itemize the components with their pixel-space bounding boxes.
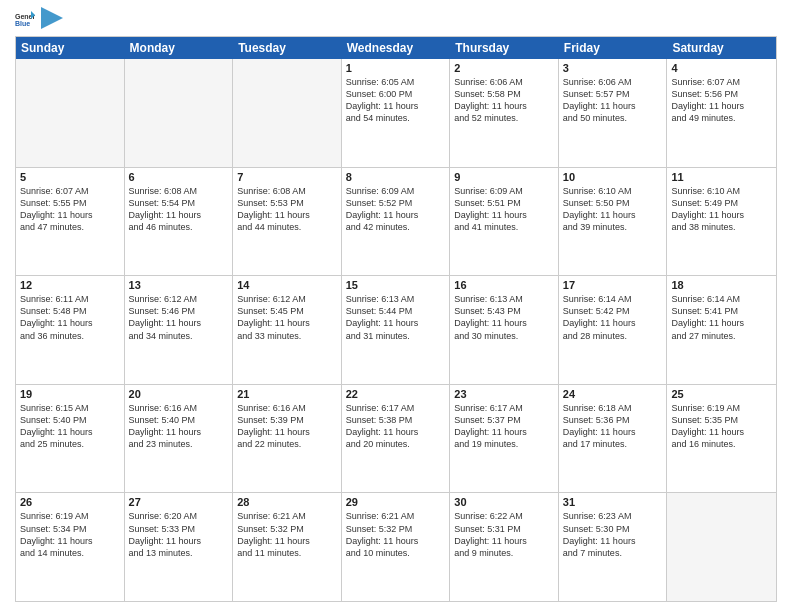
cell-info-line: and 34 minutes. <box>129 330 229 342</box>
cell-info-line: Sunrise: 6:13 AM <box>346 293 446 305</box>
cell-info-line: Sunset: 5:52 PM <box>346 197 446 209</box>
calendar-cell: 23Sunrise: 6:17 AMSunset: 5:37 PMDayligh… <box>450 385 559 493</box>
cell-info-line: Sunset: 5:46 PM <box>129 305 229 317</box>
cell-info-line: Sunset: 5:31 PM <box>454 523 554 535</box>
day-number: 5 <box>20 171 120 183</box>
cell-info-line: Daylight: 11 hours <box>346 317 446 329</box>
calendar-cell: 11Sunrise: 6:10 AMSunset: 5:49 PMDayligh… <box>667 168 776 276</box>
calendar-cell: 30Sunrise: 6:22 AMSunset: 5:31 PMDayligh… <box>450 493 559 601</box>
day-number: 29 <box>346 496 446 508</box>
calendar-cell: 3Sunrise: 6:06 AMSunset: 5:57 PMDaylight… <box>559 59 668 167</box>
day-number: 17 <box>563 279 663 291</box>
cell-info-line: Sunset: 5:45 PM <box>237 305 337 317</box>
cell-info-line: Daylight: 11 hours <box>20 209 120 221</box>
calendar-cell: 20Sunrise: 6:16 AMSunset: 5:40 PMDayligh… <box>125 385 234 493</box>
calendar-cell <box>233 59 342 167</box>
cell-info-line: Sunset: 5:30 PM <box>563 523 663 535</box>
cell-info-line: Sunrise: 6:10 AM <box>563 185 663 197</box>
cell-info-line: Sunrise: 6:14 AM <box>671 293 772 305</box>
cell-info-line: Sunrise: 6:06 AM <box>454 76 554 88</box>
day-number: 21 <box>237 388 337 400</box>
calendar-row: 1Sunrise: 6:05 AMSunset: 6:00 PMDaylight… <box>16 59 776 168</box>
calendar-cell: 8Sunrise: 6:09 AMSunset: 5:52 PMDaylight… <box>342 168 451 276</box>
cell-info-line: Sunset: 5:51 PM <box>454 197 554 209</box>
header: General Blue <box>15 10 777 30</box>
calendar-cell: 16Sunrise: 6:13 AMSunset: 5:43 PMDayligh… <box>450 276 559 384</box>
calendar-cell: 15Sunrise: 6:13 AMSunset: 5:44 PMDayligh… <box>342 276 451 384</box>
cell-info-line: Sunrise: 6:05 AM <box>346 76 446 88</box>
cell-info-line: Daylight: 11 hours <box>237 209 337 221</box>
day-number: 31 <box>563 496 663 508</box>
cell-info-line: Daylight: 11 hours <box>129 426 229 438</box>
cell-info-line: Daylight: 11 hours <box>237 535 337 547</box>
cell-info-line: Sunset: 5:43 PM <box>454 305 554 317</box>
calendar-cell: 6Sunrise: 6:08 AMSunset: 5:54 PMDaylight… <box>125 168 234 276</box>
cell-info-line: and 33 minutes. <box>237 330 337 342</box>
cell-info-line: Sunset: 5:49 PM <box>671 197 772 209</box>
cell-info-line: Sunset: 5:56 PM <box>671 88 772 100</box>
cell-info-line: and 22 minutes. <box>237 438 337 450</box>
day-number: 15 <box>346 279 446 291</box>
day-number: 1 <box>346 62 446 74</box>
calendar-header: SundayMondayTuesdayWednesdayThursdayFrid… <box>16 37 776 59</box>
day-of-week-header: Monday <box>125 37 234 59</box>
day-number: 12 <box>20 279 120 291</box>
cell-info-line: Sunrise: 6:19 AM <box>20 510 120 522</box>
cell-info-line: and 7 minutes. <box>563 547 663 559</box>
cell-info-line: Sunrise: 6:18 AM <box>563 402 663 414</box>
day-number: 7 <box>237 171 337 183</box>
cell-info-line: Sunrise: 6:20 AM <box>129 510 229 522</box>
calendar-cell <box>667 493 776 601</box>
cell-info-line: Sunrise: 6:10 AM <box>671 185 772 197</box>
day-number: 8 <box>346 171 446 183</box>
cell-info-line: Sunrise: 6:08 AM <box>237 185 337 197</box>
calendar-cell: 18Sunrise: 6:14 AMSunset: 5:41 PMDayligh… <box>667 276 776 384</box>
calendar-cell: 4Sunrise: 6:07 AMSunset: 5:56 PMDaylight… <box>667 59 776 167</box>
calendar-cell: 12Sunrise: 6:11 AMSunset: 5:48 PMDayligh… <box>16 276 125 384</box>
calendar-cell: 21Sunrise: 6:16 AMSunset: 5:39 PMDayligh… <box>233 385 342 493</box>
cell-info-line: and 19 minutes. <box>454 438 554 450</box>
cell-info-line: Sunrise: 6:09 AM <box>346 185 446 197</box>
cell-info-line: Sunrise: 6:12 AM <box>129 293 229 305</box>
cell-info-line: and 38 minutes. <box>671 221 772 233</box>
cell-info-line: Sunrise: 6:22 AM <box>454 510 554 522</box>
cell-info-line: Daylight: 11 hours <box>129 209 229 221</box>
cell-info-line: and 16 minutes. <box>671 438 772 450</box>
cell-info-line: Sunset: 5:32 PM <box>346 523 446 535</box>
logo: General Blue <box>15 10 63 30</box>
cell-info-line: Sunset: 5:40 PM <box>20 414 120 426</box>
cell-info-line: and 25 minutes. <box>20 438 120 450</box>
calendar-cell: 13Sunrise: 6:12 AMSunset: 5:46 PMDayligh… <box>125 276 234 384</box>
cell-info-line: Sunrise: 6:21 AM <box>346 510 446 522</box>
day-of-week-header: Saturday <box>667 37 776 59</box>
cell-info-line: Daylight: 11 hours <box>563 426 663 438</box>
calendar-cell: 14Sunrise: 6:12 AMSunset: 5:45 PMDayligh… <box>233 276 342 384</box>
svg-marker-3 <box>41 7 63 29</box>
calendar: SundayMondayTuesdayWednesdayThursdayFrid… <box>15 36 777 602</box>
cell-info-line: Sunrise: 6:14 AM <box>563 293 663 305</box>
cell-info-line: Sunrise: 6:17 AM <box>346 402 446 414</box>
day-number: 22 <box>346 388 446 400</box>
cell-info-line: Daylight: 11 hours <box>563 535 663 547</box>
cell-info-line: Daylight: 11 hours <box>454 100 554 112</box>
cell-info-line: Daylight: 11 hours <box>671 100 772 112</box>
cell-info-line: Daylight: 11 hours <box>237 426 337 438</box>
cell-info-line: Daylight: 11 hours <box>671 209 772 221</box>
cell-info-line: Sunset: 5:50 PM <box>563 197 663 209</box>
cell-info-line: Sunrise: 6:23 AM <box>563 510 663 522</box>
day-of-week-header: Sunday <box>16 37 125 59</box>
cell-info-line: and 28 minutes. <box>563 330 663 342</box>
day-number: 25 <box>671 388 772 400</box>
day-number: 4 <box>671 62 772 74</box>
day-of-week-header: Thursday <box>450 37 559 59</box>
cell-info-line: and 23 minutes. <box>129 438 229 450</box>
day-number: 19 <box>20 388 120 400</box>
cell-info-line: Daylight: 11 hours <box>129 317 229 329</box>
cell-info-line: and 41 minutes. <box>454 221 554 233</box>
cell-info-line: Sunrise: 6:19 AM <box>671 402 772 414</box>
cell-info-line: Daylight: 11 hours <box>346 426 446 438</box>
cell-info-line: and 20 minutes. <box>346 438 446 450</box>
day-number: 28 <box>237 496 337 508</box>
cell-info-line: and 50 minutes. <box>563 112 663 124</box>
day-number: 13 <box>129 279 229 291</box>
